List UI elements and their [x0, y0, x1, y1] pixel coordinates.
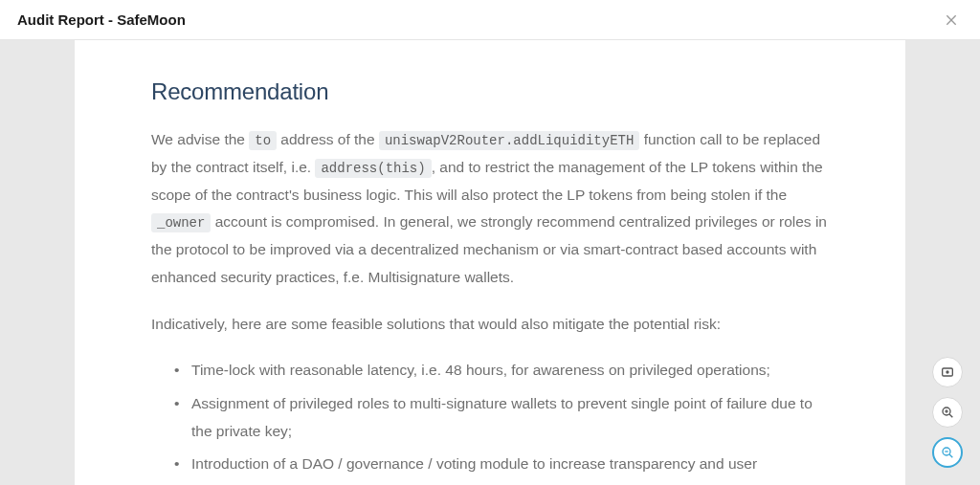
zoom-out-fab[interactable]	[932, 437, 963, 468]
svg-line-9	[949, 454, 952, 457]
close-button[interactable]	[940, 9, 963, 32]
svg-point-3	[947, 371, 948, 373]
list-item: Time-lock with reasonable latency, i.e. …	[191, 357, 829, 385]
floating-buttons	[932, 357, 963, 468]
recommendation-paragraph-1: We advise the to address of the uniswapV…	[151, 126, 829, 292]
expand-fab[interactable]	[932, 357, 963, 387]
content-wrapper: Recommendation We advise the to address …	[0, 40, 980, 485]
code-addliquidity: uniswapV2Router.addLiquidityETH	[379, 131, 639, 150]
list-item: Introduction of a DAO / governance / vot…	[191, 451, 829, 485]
zoom-out-icon	[940, 445, 955, 460]
text-span: address of the	[277, 131, 379, 147]
text-span: account is compromised. In general, we s…	[151, 213, 827, 285]
section-heading: Recommendation	[151, 78, 829, 105]
text-span: We advise the	[151, 131, 249, 147]
list-item: Assignment of privileged roles to multi-…	[191, 390, 829, 445]
expand-icon	[940, 364, 955, 380]
close-icon	[944, 12, 959, 28]
solutions-list: Time-lock with reasonable latency, i.e. …	[151, 357, 829, 485]
page-title: Audit Report - SafeMoon	[17, 11, 186, 28]
code-owner: _owner	[151, 213, 211, 232]
zoom-in-icon	[940, 405, 955, 420]
code-address-this: address(this)	[315, 159, 431, 178]
header-bar: Audit Report - SafeMoon	[0, 0, 980, 40]
zoom-in-fab[interactable]	[932, 397, 963, 428]
document-panel: Recommendation We advise the to address …	[75, 40, 905, 485]
recommendation-paragraph-2: Indicatively, here are some feasible sol…	[151, 311, 829, 339]
svg-line-5	[949, 414, 952, 417]
code-to: to	[249, 131, 277, 150]
